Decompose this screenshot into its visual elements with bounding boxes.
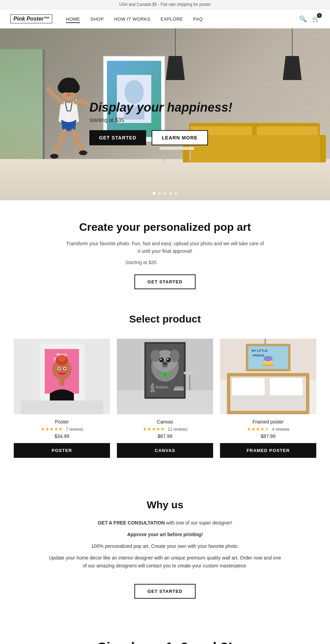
svg-point-43 xyxy=(184,371,196,375)
personalized-get-started-button[interactable]: Get started xyxy=(134,274,196,289)
poster-stars: ★★★★★ 7 reviews xyxy=(41,426,83,432)
cart-badge: 0 xyxy=(317,13,322,18)
framed-half-star: ★ xyxy=(265,426,269,432)
svg-point-35 xyxy=(162,362,168,366)
nav-link-how[interactable]: HOW IT WORKS xyxy=(114,16,150,22)
nav-icons: 🔍 🛒 0 xyxy=(299,15,320,23)
dot-4[interactable] xyxy=(169,192,172,195)
canvas-art: So Wallace xyxy=(117,339,213,414)
logo[interactable]: Pink Poster™ xyxy=(10,14,52,23)
svg-point-30 xyxy=(170,350,179,362)
personalized-description: Transform your favorite photo. Fun, fast… xyxy=(65,240,265,255)
search-icon[interactable]: 🔍 xyxy=(299,15,307,23)
product-card-poster: Happy Birthday xyxy=(14,339,110,458)
coffee-table xyxy=(160,147,194,161)
canvas-name: Canvas xyxy=(157,419,173,425)
woman-svg xyxy=(41,73,96,173)
svg-rect-40 xyxy=(174,388,184,391)
svg-point-59 xyxy=(268,361,271,363)
nav-link-faq[interactable]: FAQ xyxy=(193,16,203,22)
svg-point-36 xyxy=(163,373,167,376)
canvas-buy-button[interactable]: CANVAS xyxy=(117,443,213,458)
why-us-section: Why us GET A FREE CONSULTATION with one … xyxy=(0,478,330,619)
dot-1[interactable] xyxy=(153,192,155,195)
shipping-message: USA and Canada $5 - Flat rate shipping f… xyxy=(119,2,211,7)
framed-image: MY LITTLE PRINCE xyxy=(220,339,316,414)
nav-item-faq[interactable]: FAQ xyxy=(193,16,203,22)
table-legs xyxy=(160,150,194,161)
lamp-shade-right xyxy=(283,56,302,80)
svg-point-9 xyxy=(50,154,58,159)
table-leg-left xyxy=(163,150,165,161)
poster-art: Happy Birthday xyxy=(40,344,84,409)
why-us-line3: 100% personalized pop art. Create your o… xyxy=(41,542,289,551)
navigation: Pink Poster™ HOME SHOP HOW IT WORKS EXPL… xyxy=(0,9,330,29)
products-section: Select product Happy Birthday xyxy=(0,306,330,478)
dot-5[interactable] xyxy=(175,192,177,195)
nav-item-how[interactable]: HOW IT WORKS xyxy=(114,16,150,22)
svg-point-57 xyxy=(264,356,273,361)
canvas-stars: ★★★★★ 11 reviews xyxy=(143,426,188,432)
nav-link-home[interactable]: HOME xyxy=(66,16,80,23)
hero-buttons: Get started Learn more xyxy=(89,130,232,145)
dot-3[interactable] xyxy=(164,192,166,195)
table-leg-right xyxy=(189,150,191,161)
why-us-line2: Approve your art before printing! xyxy=(41,531,289,539)
simple-heading: Simple as 1, 2 and 3! xyxy=(28,640,302,644)
svg-point-34 xyxy=(167,359,168,360)
hero-carousel-dots xyxy=(153,192,177,195)
svg-point-21 xyxy=(64,368,65,369)
products-heading: Select product xyxy=(14,313,316,325)
hero-learn-more-button[interactable]: Learn more xyxy=(152,130,208,145)
poster-buy-button[interactable]: POSTER xyxy=(14,443,110,458)
svg-point-33 xyxy=(160,359,162,360)
nav-link-shop[interactable]: SHOP xyxy=(90,16,104,22)
dot-2[interactable] xyxy=(158,192,161,195)
nav-item-shop[interactable]: SHOP xyxy=(90,16,104,22)
hero-get-started-button[interactable]: Get started xyxy=(89,130,146,145)
personalized-price: Starting at $35 xyxy=(41,259,241,266)
svg-text:MY LITTLE: MY LITTLE xyxy=(252,349,267,352)
svg-rect-50 xyxy=(230,395,306,411)
why-us-line1-rest: with one of our super designer! xyxy=(165,520,232,526)
framed-reviews: 4 reviews xyxy=(272,427,289,432)
poster-price: $34.99 xyxy=(55,433,69,439)
svg-rect-39 xyxy=(150,390,155,392)
products-grid: Happy Birthday xyxy=(14,339,316,458)
lamp-cord-left xyxy=(175,29,176,56)
svg-point-10 xyxy=(79,150,87,155)
poster-stars-icons: ★★★★★ xyxy=(41,426,63,432)
lamp-cord-right xyxy=(292,29,293,56)
why-us-get-started-button[interactable]: Get started xyxy=(134,584,196,599)
nav-item-explore[interactable]: EXPLORE xyxy=(161,16,183,22)
svg-point-29 xyxy=(151,350,160,362)
product-card-canvas: So Wallace Canvas ★★★★★ 11 reviews $87.9… xyxy=(117,339,213,458)
framed-price: $87.99 xyxy=(261,433,276,439)
svg-rect-48 xyxy=(232,378,265,395)
table-top xyxy=(160,147,194,150)
lamp-right xyxy=(282,29,302,80)
poster-reviews: 7 reviews xyxy=(66,427,83,432)
svg-point-20 xyxy=(58,368,60,369)
lamp-left xyxy=(165,29,186,80)
personalized-section: Create your personalized pop art Transfo… xyxy=(0,200,330,306)
hero-section: Display your happiness! starting at $35 … xyxy=(0,29,330,200)
lamp-shade-left xyxy=(166,56,185,80)
nav-link-explore[interactable]: EXPLORE xyxy=(161,16,183,22)
svg-rect-22 xyxy=(59,379,64,386)
cart-icon[interactable]: 🛒 0 xyxy=(312,15,320,23)
svg-point-17 xyxy=(58,355,66,362)
nav-item-home[interactable]: HOME xyxy=(66,16,80,22)
top-bar: USA and Canada $5 - Flat rate shipping f… xyxy=(0,0,330,9)
product-card-framed: MY LITTLE PRINCE Framed poster ★★★★★ 4 r… xyxy=(220,339,316,458)
poster-name: Poster xyxy=(55,419,69,425)
svg-point-32 xyxy=(166,358,171,362)
framed-stars: ★★★★★ 4 reviews xyxy=(247,426,289,432)
canvas-price: $87.99 xyxy=(158,433,173,439)
canvas-reviews: 11 reviews xyxy=(168,427,187,432)
hero-text-block: Display your happiness! starting at $35 … xyxy=(89,101,232,145)
hero-title: Display your happiness! xyxy=(89,101,232,114)
framed-buy-button[interactable]: FRAMED POSTER xyxy=(220,443,316,458)
framed-stars-icons: ★★★★ xyxy=(247,426,265,432)
svg-point-31 xyxy=(159,358,164,362)
